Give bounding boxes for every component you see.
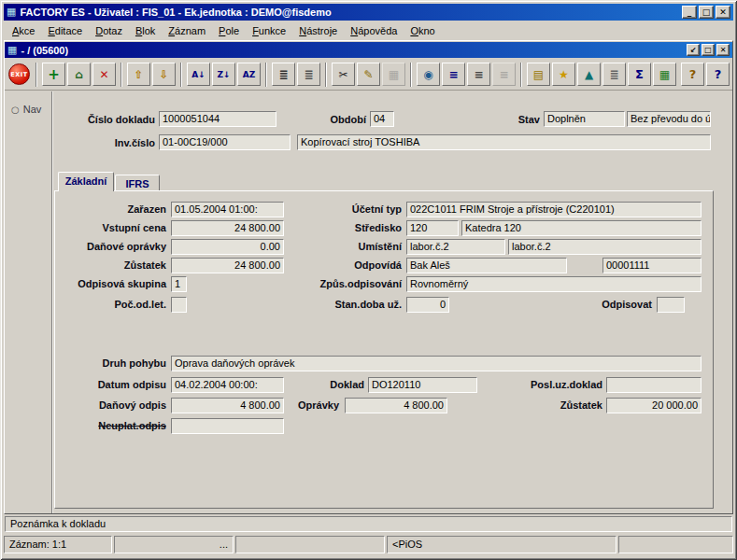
- field-cislo-dokladu[interactable]: 1000051044: [159, 111, 276, 127]
- inner-restore-button[interactable]: □: [702, 44, 715, 56]
- create-asset-icon[interactable]: ⌂: [67, 63, 91, 86]
- field-poc-od-let[interactable]: [171, 297, 187, 313]
- field-posl-uz-doklad[interactable]: [606, 377, 702, 393]
- field-inv-cislo[interactable]: 01-00C19/000: [159, 134, 291, 150]
- field-stav-prevod[interactable]: Bez převodu do ú: [627, 111, 711, 127]
- field-opravky[interactable]: 4 800.00: [345, 398, 447, 413]
- field-stav[interactable]: Doplněn: [544, 111, 625, 127]
- field-zustatek-pohyb[interactable]: 20 000.00: [606, 398, 702, 413]
- label-zustatek: Zůstatek: [65, 259, 166, 271]
- favorites-icon[interactable]: ★: [552, 63, 575, 86]
- inner-title-bar[interactable]: ▦ - / (05600) ↙ □ ✕: [5, 42, 732, 58]
- menu-napoveda-rest: ápověda: [358, 25, 397, 36]
- field-umisteni-nazev[interactable]: labor.č.2: [508, 239, 702, 255]
- nav-item[interactable]: ○ Nav: [11, 104, 51, 115]
- maximize-button[interactable]: □: [699, 6, 714, 19]
- menu-blok[interactable]: Blok: [129, 23, 162, 38]
- chart-icon[interactable]: ▲: [577, 63, 601, 86]
- sort-ascending-icon[interactable]: A↓: [187, 63, 210, 86]
- print-document-icon[interactable]: ≣: [297, 63, 320, 86]
- tools-icon[interactable]: ✂: [332, 63, 355, 86]
- field-datum-odpisu[interactable]: 04.02.2004 00:00:: [171, 377, 284, 393]
- field-odpisovat[interactable]: [657, 297, 685, 313]
- export-excel-icon[interactable]: ▦: [653, 63, 676, 86]
- minimize-button[interactable]: _: [682, 6, 697, 19]
- menu-dotaz-rest: otaz: [103, 25, 122, 36]
- field-odpisova-skupina[interactable]: 1: [171, 276, 187, 292]
- field-vstupni-cena[interactable]: 24 800.00: [171, 220, 284, 236]
- app-icon: ▦: [7, 7, 16, 18]
- field-odpovida-cislo[interactable]: 00001111: [602, 258, 702, 273]
- label-inv-cislo: Inv.číslo: [56, 137, 155, 148]
- menu-akce[interactable]: Akce: [6, 23, 41, 38]
- exit-button[interactable]: EXIT: [7, 63, 31, 86]
- inner-window-controls: ↙ □ ✕: [687, 44, 730, 56]
- previous-block-icon[interactable]: ⇧: [127, 63, 150, 86]
- title-bar[interactable]: ▦ FACTORY ES - Uživatel : FIS_01 - Ek.je…: [4, 4, 733, 21]
- list-values-icon[interactable]: ≡: [442, 63, 465, 86]
- label-poc-od-let: Poč.od.let.: [65, 299, 166, 310]
- field-neuplat-odpis[interactable]: [171, 418, 284, 434]
- close-button[interactable]: ✕: [716, 6, 730, 19]
- window-title: FACTORY ES - Uživatel : FIS_01 - Ek.jedn…: [20, 7, 678, 18]
- print-icon[interactable]: ≣: [272, 63, 295, 86]
- insert-record-icon[interactable]: +: [42, 63, 65, 86]
- nav-label: Nav: [23, 104, 42, 115]
- field-umisteni[interactable]: labor.č.2: [406, 239, 505, 255]
- menu-akce-rest: kce: [19, 25, 35, 36]
- field-stredisko[interactable]: 120: [406, 220, 459, 236]
- status-empty-2: [618, 536, 733, 553]
- search-icon[interactable]: ◉: [417, 63, 440, 86]
- menu-napoveda[interactable]: Nápověda: [344, 23, 404, 38]
- field-danove-opravky[interactable]: 0.00: [171, 239, 284, 255]
- menu-funkce[interactable]: Funkce: [246, 23, 292, 38]
- menu-okno-rest: kno: [418, 25, 435, 36]
- toolbar-separator: [410, 63, 412, 87]
- note-attach-icon[interactable]: ✎: [357, 63, 380, 86]
- field-inv-popis[interactable]: Kopírovací stroj TOSHIBA: [297, 134, 711, 150]
- field-stan-doba[interactable]: 0: [406, 297, 449, 313]
- field-odpovida[interactable]: Bak Aleš: [406, 258, 567, 273]
- inner-window-title: - / (05600): [21, 45, 683, 56]
- menu-pole[interactable]: Pole: [212, 23, 246, 38]
- label-odpisovat: Odpisovat: [559, 299, 652, 310]
- fax-icon[interactable]: ≣: [602, 63, 626, 86]
- label-datum-odpisu: Datum odpisu: [65, 379, 166, 390]
- inner-close-button[interactable]: ✕: [716, 44, 730, 56]
- menu-editace[interactable]: Editace: [41, 23, 89, 38]
- toolbar-separator: [35, 63, 37, 87]
- field-doklad[interactable]: DO120110: [368, 377, 477, 393]
- help-topics-icon[interactable]: ?: [681, 63, 704, 86]
- menu-dotaz[interactable]: Dotaz: [89, 23, 129, 38]
- menu-bar: Akce Editace Dotaz Blok Záznam Pole Funk…: [4, 21, 733, 39]
- menu-nastroje[interactable]: Nástroje: [292, 23, 344, 38]
- sort-descending-icon[interactable]: Z↓: [212, 63, 235, 86]
- tab-zakladni[interactable]: Základní: [58, 172, 114, 191]
- field-zarazen[interactable]: 01.05.2004 01:00:: [171, 202, 284, 217]
- delete-record-icon[interactable]: ✕: [92, 63, 116, 86]
- label-opravky: Oprávky: [260, 399, 339, 411]
- status-empty-1: [235, 536, 385, 553]
- help-icon[interactable]: ?: [706, 63, 730, 86]
- sum-icon[interactable]: Σ: [628, 63, 651, 86]
- menu-okno[interactable]: Okno: [404, 23, 441, 38]
- label-zpus-odpisovani: Způs.odpisování: [301, 278, 402, 289]
- inner-detach-button[interactable]: ↙: [687, 44, 700, 56]
- label-vstupni-cena: Vstupní cena: [65, 222, 166, 233]
- label-obdobi: Období: [297, 114, 366, 125]
- note-bar: Poznámka k dokladu: [5, 516, 732, 532]
- field-ucetni-typ[interactable]: 022C1011 FRIM Stroje a přístroje (C22010…: [406, 202, 702, 217]
- next-block-icon[interactable]: ⇩: [152, 63, 176, 86]
- sort-options-icon[interactable]: AZ: [237, 63, 261, 86]
- record-list-icon[interactable]: ≡: [467, 63, 490, 86]
- tab-ifrs[interactable]: IFRS: [115, 175, 160, 190]
- menu-zaznam[interactable]: Záznam: [162, 23, 212, 38]
- document-info-icon[interactable]: ▤: [527, 63, 550, 86]
- label-doklad: Doklad: [285, 379, 364, 390]
- field-stredisko-nazev[interactable]: Katedra 120: [461, 220, 702, 236]
- field-druh-pohybu[interactable]: Oprava daňových oprávek: [171, 356, 702, 371]
- field-zustatek[interactable]: 24 800.00: [171, 258, 284, 273]
- application-window: ▦ FACTORY ES - Uživatel : FIS_01 - Ek.je…: [0, 0, 737, 560]
- field-zpus-odpisovani[interactable]: Rovnoměrný: [406, 276, 702, 292]
- field-obdobi[interactable]: 04: [370, 111, 394, 127]
